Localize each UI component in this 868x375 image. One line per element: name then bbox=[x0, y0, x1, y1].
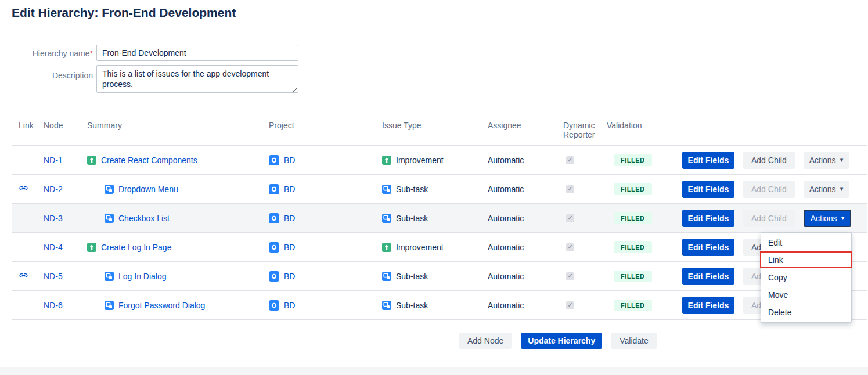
edit-fields-button[interactable]: Edit Fields bbox=[682, 152, 734, 169]
menu-item-delete[interactable]: Delete bbox=[761, 304, 851, 321]
project-link[interactable]: BD bbox=[284, 243, 295, 252]
add-node-button[interactable]: Add Node bbox=[459, 333, 512, 349]
header-summary: Summary bbox=[87, 121, 122, 130]
validation-badge: FILLED bbox=[614, 241, 652, 253]
issue-type-label: Sub-task bbox=[396, 214, 428, 223]
actions-button-label: Actions bbox=[809, 156, 836, 165]
add-child-button[interactable]: Add Child bbox=[743, 152, 795, 169]
bottom-section-strip bbox=[0, 367, 868, 375]
project-link[interactable]: BD bbox=[284, 301, 295, 310]
actions-dropdown-menu: Edit Link Copy Move Delete bbox=[761, 232, 852, 323]
node-link[interactable]: ND-4 bbox=[44, 243, 63, 252]
chevron-down-icon: ▾ bbox=[840, 186, 844, 192]
check-icon: ✓ bbox=[567, 273, 572, 279]
subtask-icon bbox=[382, 185, 391, 194]
page-title: Edit Hierarchy: Fron-End Development bbox=[12, 6, 236, 20]
check-icon: ✓ bbox=[567, 186, 572, 192]
subtask-icon bbox=[382, 214, 391, 223]
edit-fields-button[interactable]: Edit Fields bbox=[682, 268, 734, 285]
menu-item-move[interactable]: Move bbox=[761, 286, 851, 304]
header-assignee: Assignee bbox=[488, 121, 521, 130]
summary-link[interactable]: Forgot Password Dialog bbox=[118, 301, 205, 310]
node-link[interactable]: ND-6 bbox=[44, 301, 63, 310]
link-icon bbox=[19, 271, 28, 282]
issue-type-label: Sub-task bbox=[396, 301, 428, 310]
actions-button[interactable]: Actions▾ bbox=[804, 181, 849, 198]
project-link[interactable]: BD bbox=[284, 214, 295, 223]
table-row-nd-6: ND-6 Forgot Password Dialog BD Sub-task … bbox=[12, 291, 867, 320]
node-link[interactable]: ND-1 bbox=[44, 156, 63, 165]
subtask-icon bbox=[105, 301, 114, 310]
summary-link[interactable]: Create Log In Page bbox=[101, 243, 171, 252]
check-icon: ✓ bbox=[567, 215, 572, 221]
project-link[interactable]: BD bbox=[284, 272, 295, 281]
project-link[interactable]: BD bbox=[284, 185, 295, 194]
summary-link[interactable]: Create React Components bbox=[101, 156, 197, 165]
subtask-icon bbox=[105, 214, 114, 223]
improvement-icon bbox=[87, 243, 96, 252]
subtask-icon bbox=[382, 301, 391, 310]
footer-buttons: Add Node Update Hierarchy Validate bbox=[459, 333, 657, 349]
project-avatar-icon bbox=[269, 271, 279, 282]
dynamic-reporter-checkbox: ✓ bbox=[566, 272, 574, 280]
table-header-row: Link Node Summary Project Issue Type Ass… bbox=[12, 114, 867, 146]
header-issue-type: Issue Type bbox=[382, 121, 421, 130]
header-project: Project bbox=[269, 121, 294, 130]
assignee-label: Automatic bbox=[488, 214, 524, 223]
edit-fields-button[interactable]: Edit Fields bbox=[682, 210, 734, 227]
menu-item-link-label: Link bbox=[768, 255, 783, 265]
assignee-label: Automatic bbox=[488, 301, 524, 310]
table-row-nd-1: ND-1 Create React Components BD Improvem… bbox=[12, 146, 867, 175]
chevron-down-icon: ▾ bbox=[841, 215, 845, 221]
check-icon: ✓ bbox=[567, 244, 572, 250]
node-link[interactable]: ND-5 bbox=[44, 272, 63, 281]
validation-badge: FILLED bbox=[614, 212, 652, 224]
check-icon: ✓ bbox=[567, 302, 572, 308]
table-row-nd-2: ND-2 Dropdown Menu BD Sub-task Automatic… bbox=[12, 175, 867, 204]
issue-type-label: Improvement bbox=[396, 243, 444, 252]
summary-link[interactable]: Log In Dialog bbox=[118, 272, 167, 281]
edit-fields-button[interactable]: Edit Fields bbox=[682, 239, 734, 256]
summary-link[interactable]: Checkbox List bbox=[118, 214, 170, 223]
actions-button-open[interactable]: Actions▾ bbox=[804, 210, 851, 227]
hierarchy-table: Link Node Summary Project Issue Type Ass… bbox=[12, 114, 867, 320]
assignee-label: Automatic bbox=[488, 156, 524, 165]
project-avatar-icon bbox=[269, 213, 279, 223]
issue-type-label: Sub-task bbox=[396, 185, 428, 194]
header-link: Link bbox=[19, 121, 34, 130]
check-icon: ✓ bbox=[567, 157, 572, 163]
description-textarea[interactable]: This is a list of issues for the app dev… bbox=[96, 65, 298, 93]
project-link[interactable]: BD bbox=[284, 156, 295, 165]
edit-fields-button[interactable]: Edit Fields bbox=[682, 297, 734, 314]
menu-item-edit[interactable]: Edit bbox=[761, 234, 851, 251]
validate-button[interactable]: Validate bbox=[611, 333, 657, 349]
project-avatar-icon bbox=[269, 300, 279, 311]
menu-item-link[interactable]: Link bbox=[761, 251, 851, 269]
table-row-nd-4: ND-4 Create Log In Page BD Improvement A… bbox=[12, 233, 867, 262]
add-child-button: Add Child bbox=[743, 210, 795, 227]
node-link[interactable]: ND-2 bbox=[44, 185, 63, 194]
update-hierarchy-button[interactable]: Update Hierarchy bbox=[521, 333, 602, 349]
edit-fields-button[interactable]: Edit Fields bbox=[682, 181, 734, 198]
validation-badge: FILLED bbox=[614, 183, 652, 195]
actions-button-label: Actions bbox=[809, 185, 836, 194]
actions-button-label: Actions bbox=[811, 214, 837, 223]
menu-item-copy[interactable]: Copy bbox=[761, 269, 851, 286]
actions-button[interactable]: Actions▾ bbox=[804, 152, 849, 169]
validation-badge: FILLED bbox=[614, 154, 652, 166]
summary-link[interactable]: Dropdown Menu bbox=[118, 185, 178, 194]
subtask-icon bbox=[105, 272, 114, 281]
improvement-icon bbox=[382, 243, 391, 252]
add-child-button: Add Child bbox=[743, 181, 795, 198]
issue-type-label: Improvement bbox=[396, 156, 444, 165]
dynamic-reporter-checkbox: ✓ bbox=[566, 301, 574, 309]
hierarchy-name-input[interactable] bbox=[96, 45, 298, 61]
subtask-icon bbox=[382, 272, 391, 281]
node-link[interactable]: ND-3 bbox=[44, 214, 63, 223]
header-dynamic-reporter: Dynamic Reporter bbox=[563, 121, 607, 139]
improvement-icon bbox=[87, 156, 96, 165]
header-validation: Validation bbox=[607, 121, 642, 130]
issue-type-label: Sub-task bbox=[396, 272, 428, 281]
hierarchy-name-label: Hierarchy name* bbox=[0, 49, 93, 58]
chevron-down-icon: ▾ bbox=[840, 157, 844, 163]
